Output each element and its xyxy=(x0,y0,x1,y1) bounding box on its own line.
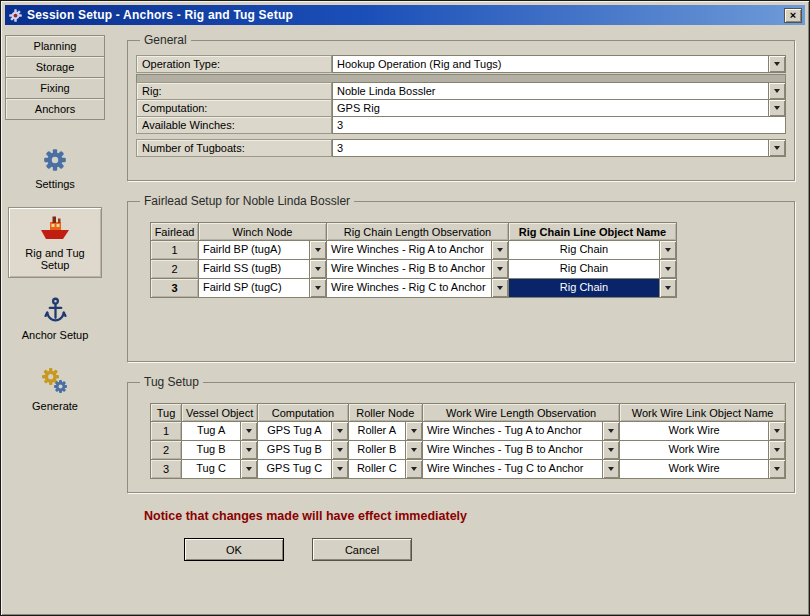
rig-chain-line-select-selected[interactable]: Rig Chain xyxy=(509,279,676,297)
column-header: Rig Chain Line Object Name xyxy=(509,223,677,241)
general-group-title: General xyxy=(140,33,191,47)
chevron-down-icon[interactable] xyxy=(240,460,257,478)
chevron-down-icon[interactable] xyxy=(405,441,422,459)
chevron-down-icon[interactable] xyxy=(768,83,785,99)
tug-group-title: Tug Setup xyxy=(140,375,203,389)
chevron-down-icon[interactable] xyxy=(309,279,326,297)
available-winches-input[interactable] xyxy=(332,116,786,134)
sidebar-item-settings[interactable]: Settings xyxy=(8,138,102,197)
operation-type-select[interactable]: Hookup Operation (Rig and Tugs) xyxy=(332,55,786,73)
winch-node-select[interactable]: Fairld BP (tugA) xyxy=(199,241,326,259)
table-row: 3 Fairld SP (tugC) Wire Winches - Rig C … xyxy=(151,279,677,298)
rig-chain-length-select[interactable]: Wire Winches - Rig B to Anchor xyxy=(327,260,508,278)
chevron-down-icon[interactable] xyxy=(491,279,508,297)
chevron-down-icon[interactable] xyxy=(309,260,326,278)
column-header: Computation xyxy=(258,404,348,422)
roller-node-select[interactable]: Roller B xyxy=(349,441,422,459)
row-header[interactable]: 3 xyxy=(151,279,199,298)
sidebar-item-generate[interactable]: Generate xyxy=(8,358,102,419)
winch-node-select[interactable]: Fairld SP (tugC) xyxy=(199,279,326,297)
close-button[interactable]: × xyxy=(784,8,802,23)
chevron-down-icon[interactable] xyxy=(659,260,676,278)
table-row: 1 Tug A GPS Tug A Roller A Wire Winches … xyxy=(151,422,786,441)
sidebar-tab-planning[interactable]: Planning xyxy=(5,35,105,57)
titlebar: Session Setup - Anchors - Rig and Tug Se… xyxy=(5,5,805,25)
table-row: 2 Fairld SS (tugB) Wire Winches - Rig B … xyxy=(151,260,677,279)
chevron-down-icon[interactable] xyxy=(768,422,785,440)
tug-groupbox: Tug Setup Tug Vessel Object Computation … xyxy=(127,375,795,493)
column-header: Work Wire Length Observation xyxy=(422,404,619,422)
chevron-down-icon[interactable] xyxy=(309,241,326,259)
work-wire-length-select[interactable]: Wire Winches - Tug C to Anchor xyxy=(423,460,619,478)
chevron-down-icon[interactable] xyxy=(659,241,676,259)
chevron-down-icon[interactable] xyxy=(602,460,619,478)
chevron-down-icon[interactable] xyxy=(768,100,785,116)
chevron-down-icon[interactable] xyxy=(768,441,785,459)
column-header: Work Wire Link Object Name xyxy=(620,404,786,422)
winch-node-select[interactable]: Fairld SS (tugB) xyxy=(199,260,326,278)
row-header[interactable]: 2 xyxy=(151,441,182,460)
chevron-down-icon[interactable] xyxy=(602,422,619,440)
chevron-down-icon[interactable] xyxy=(768,460,785,478)
work-wire-link-select[interactable]: Work Wire xyxy=(620,441,785,459)
computation-select[interactable]: GPS Rig xyxy=(332,99,786,117)
rig-chain-length-select[interactable]: Wire Winches - Rig C to Anchor xyxy=(327,279,508,297)
work-wire-length-select[interactable]: Wire Winches - Tug B to Anchor xyxy=(423,441,619,459)
row-header[interactable]: 2 xyxy=(151,260,199,279)
column-header: Roller Node xyxy=(348,404,422,422)
chevron-down-icon[interactable] xyxy=(240,441,257,459)
work-wire-link-select[interactable]: Work Wire xyxy=(620,422,785,440)
number-of-tugboats-select[interactable]: 3 xyxy=(332,139,786,157)
chevron-down-icon[interactable] xyxy=(602,441,619,459)
chevron-down-icon[interactable] xyxy=(659,279,676,297)
chevron-down-icon[interactable] xyxy=(405,422,422,440)
app-icon xyxy=(8,8,23,23)
vessel-object-select[interactable]: Tug A xyxy=(182,422,257,440)
column-header: Rig Chain Length Observation xyxy=(327,223,509,241)
tug-computation-select[interactable]: GPS Tug A xyxy=(258,422,347,440)
chevron-down-icon[interactable] xyxy=(331,441,348,459)
operation-type-value: Hookup Operation (Rig and Tugs) xyxy=(333,56,768,72)
rig-chain-length-select[interactable]: Wire Winches - Rig A to Anchor xyxy=(327,241,508,259)
roller-node-select[interactable]: Roller A xyxy=(349,422,422,440)
session-setup-dialog: Session Setup - Anchors - Rig and Tug Se… xyxy=(0,0,810,616)
tug-computation-select[interactable]: GPS Tug B xyxy=(258,441,347,459)
chevron-down-icon[interactable] xyxy=(240,422,257,440)
rig-select[interactable]: Noble Linda Bossler xyxy=(332,82,786,100)
vessel-object-select[interactable]: Tug C xyxy=(182,460,257,478)
roller-node-select[interactable]: Roller C xyxy=(349,460,422,478)
chevron-down-icon[interactable] xyxy=(405,460,422,478)
sidebar-item-rig-and-tug-setup[interactable]: Rig and Tug Setup xyxy=(8,207,102,278)
work-wire-link-select[interactable]: Work Wire xyxy=(620,460,785,478)
tugboat-icon xyxy=(39,216,71,242)
notice-text: Notice that changes made will have effec… xyxy=(144,509,795,523)
chevron-down-icon[interactable] xyxy=(768,140,785,156)
sidebar-tab-storage[interactable]: Storage xyxy=(5,56,105,78)
computation-label: Computation: xyxy=(136,99,332,117)
chevron-down-icon[interactable] xyxy=(768,56,785,72)
sidebar-item-anchor-setup[interactable]: Anchor Setup xyxy=(8,288,102,348)
chevron-down-icon[interactable] xyxy=(491,260,508,278)
chevron-down-icon[interactable] xyxy=(331,460,348,478)
row-header[interactable]: 1 xyxy=(151,422,182,441)
cancel-button[interactable]: Cancel xyxy=(312,538,412,561)
rig-value: Noble Linda Bossler xyxy=(333,83,768,99)
sidebar-tab-fixing[interactable]: Fixing xyxy=(5,77,105,99)
row-header[interactable]: 3 xyxy=(151,460,182,479)
chevron-down-icon[interactable] xyxy=(331,422,348,440)
vessel-object-select[interactable]: Tug B xyxy=(182,441,257,459)
general-groupbox: General Operation Type: Hookup Operation… xyxy=(127,33,795,181)
sidebar-tab-anchors[interactable]: Anchors xyxy=(5,98,105,120)
number-of-tugboats-value: 3 xyxy=(333,140,768,156)
table-row: 2 Tug B GPS Tug B Roller B Wire Winches … xyxy=(151,441,786,460)
rig-chain-line-select[interactable]: Rig Chain xyxy=(509,241,676,259)
column-header: Fairlead xyxy=(151,223,199,241)
ok-button[interactable]: OK xyxy=(184,538,284,561)
tug-computation-select[interactable]: GPS Tug C xyxy=(258,460,347,478)
work-wire-length-select[interactable]: Wire Winches - Tug A to Anchor xyxy=(423,422,619,440)
fairlead-group-title: Fairlead Setup for Noble Linda Bossler xyxy=(140,194,354,208)
sidebar-item-label: Settings xyxy=(35,178,75,190)
rig-chain-line-select[interactable]: Rig Chain xyxy=(509,260,676,278)
row-header[interactable]: 1 xyxy=(151,241,199,260)
chevron-down-icon[interactable] xyxy=(491,241,508,259)
